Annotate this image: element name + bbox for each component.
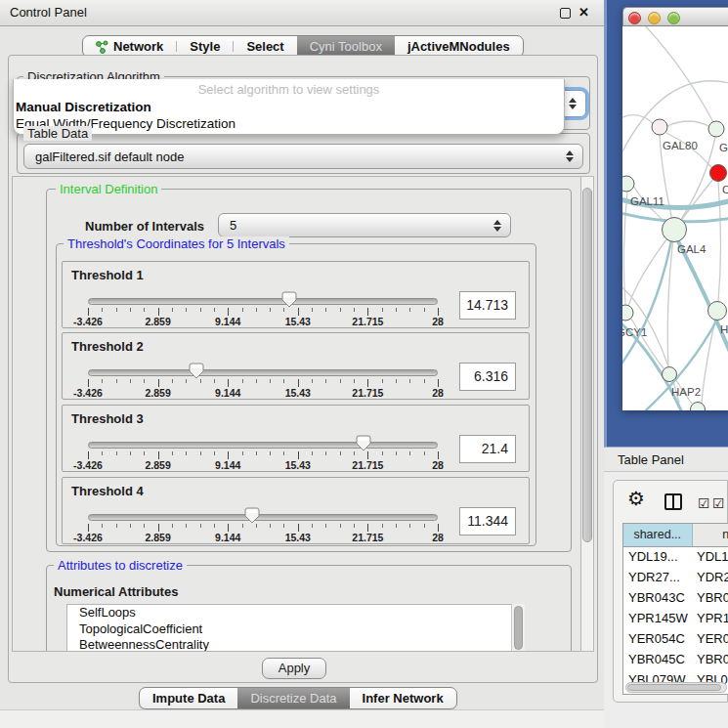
slider-thumb[interactable] [281, 291, 297, 308]
slider-tick [228, 308, 229, 316]
slider-thumb[interactable] [356, 435, 371, 451]
threshold-value-field[interactable]: 6.316 [459, 363, 516, 391]
checkbox-icon[interactable]: ☑ [712, 495, 725, 511]
tab-select[interactable]: Select [234, 36, 296, 57]
table-row[interactable]: YER054CYER0 [623, 628, 728, 649]
attribute-list-item[interactable]: BetweennessCentrality [67, 637, 524, 652]
gal80-node[interactable] [652, 119, 667, 135]
combo-stepper-icon[interactable] [493, 220, 501, 232]
network-edge[interactable] [702, 320, 715, 403]
threshold-slider[interactable] [88, 514, 438, 521]
network-window-titlebar[interactable] [622, 7, 728, 26]
scrollbar-thumb[interactable] [582, 188, 592, 542]
close-icon[interactable]: ✕ [578, 5, 589, 21]
panel-title: Control Panel [10, 0, 87, 25]
zoom-traffic-light-icon[interactable] [667, 12, 680, 24]
slider-thumb[interactable] [189, 363, 204, 379]
table-cell[interactable]: YER0 [692, 628, 728, 649]
red-node[interactable] [710, 165, 727, 182]
threshold-slider[interactable] [88, 298, 438, 305]
slider-tick-labels: -3.4262.8599.14415.4321.71528 [88, 387, 438, 398]
table-cell[interactable]: YER054C [623, 628, 692, 649]
table-row[interactable]: YDL19...YDL1 [623, 546, 728, 567]
option-manual-discretization[interactable]: Manual Discretization [16, 100, 151, 114]
tab-impute-data[interactable]: Impute Data [140, 688, 237, 708]
slider-tick [325, 379, 326, 383]
attributes-scrollbar[interactable] [511, 604, 525, 652]
table-cell[interactable]: YDR2 [692, 567, 728, 587]
tab-jactivemnodules[interactable]: jActiveMNodules [395, 36, 523, 57]
table-cell[interactable]: YBR043C [623, 587, 692, 608]
close-traffic-light-icon[interactable] [628, 12, 641, 24]
hap2-node[interactable] [663, 367, 677, 382]
network-edge[interactable] [623, 192, 627, 304]
top-right-node[interactable] [708, 121, 724, 137]
scrollbar-thumb[interactable] [627, 684, 721, 691]
tab-discretize-data[interactable]: Discretize Data [237, 688, 349, 708]
table-cell[interactable]: YDL19... [623, 546, 692, 567]
tab-style[interactable]: Style [177, 36, 233, 57]
table-row[interactable]: YPR145WYPR1 [623, 608, 728, 628]
table-cell[interactable]: YBR0 [692, 649, 728, 669]
tab-network[interactable]: Network [83, 36, 176, 57]
network-canvas[interactable]: GAL80GCGAL11GAL4GCY1HHAP2 [622, 26, 728, 410]
gal4-node[interactable] [663, 218, 687, 242]
table-cell[interactable]: YDR27... [623, 567, 692, 587]
split-pane-icon[interactable] [664, 493, 682, 510]
table-data-combobox[interactable]: galFiltered.sif default node [23, 144, 583, 169]
apply-button[interactable]: Apply [262, 658, 326, 679]
table-cell[interactable]: YPR1 [692, 608, 728, 628]
checkbox-icon[interactable]: ☑ [698, 495, 710, 511]
main-vertical-scrollbar[interactable] [580, 176, 594, 652]
right-node[interactable] [708, 302, 727, 321]
threshold-value-field[interactable]: 11.344 [459, 507, 516, 535]
combo-stepper-icon[interactable] [566, 150, 574, 162]
table-row[interactable]: YBR043CYBR0 [623, 587, 728, 608]
column-header-shared-name[interactable]: shared... [623, 524, 692, 546]
table-cell[interactable]: YPR145W [623, 608, 692, 628]
table-horizontal-scrollbar[interactable] [625, 682, 727, 693]
float-window-icon[interactable] [560, 8, 571, 19]
slider-tick [424, 451, 425, 455]
table-cell[interactable]: YBR045C [623, 649, 692, 669]
number-of-intervals-combobox[interactable]: 5 [218, 213, 511, 237]
network-edge[interactable] [667, 121, 708, 126]
scrollbar-thumb[interactable] [514, 606, 523, 650]
slider-thumb[interactable] [244, 507, 260, 524]
table-cell[interactable]: YBR0 [692, 587, 728, 608]
threshold-box: Threshold 1 -3.4262.8599.14415.4321.7152… [62, 261, 530, 328]
slider-tick [382, 451, 383, 455]
threshold-slider[interactable] [88, 442, 438, 449]
node-label: H [720, 323, 728, 335]
tick-label: 28 [432, 316, 444, 327]
threshold-value-field[interactable]: 14.713 [459, 291, 516, 320]
gcy1-node[interactable] [622, 305, 633, 321]
table-row[interactable]: YDR27...YDR2 [623, 567, 728, 587]
tab-infer-network[interactable]: Infer Network [350, 688, 456, 708]
network-edge[interactable] [622, 115, 653, 123]
slider-tick [382, 524, 383, 528]
network-edge[interactable] [718, 182, 721, 301]
slider-tick [312, 379, 313, 383]
threshold-label: Threshold 2 [71, 339, 144, 354]
threshold-value-field[interactable]: 21.4 [459, 435, 516, 463]
table-cell[interactable]: YDL1 [692, 546, 728, 567]
column-header-name[interactable]: n... [692, 524, 728, 546]
node-label: G [719, 142, 728, 153]
attribute-list-item[interactable]: SelfLoops [67, 605, 524, 621]
threshold-slider[interactable] [88, 369, 438, 376]
network-edge[interactable] [628, 230, 674, 306]
combo-stepper-icon[interactable] [569, 98, 577, 109]
dropdown-placeholder: Select algorithm to view settings [14, 82, 564, 97]
node-label: GAL4 [677, 243, 707, 255]
minimize-traffic-light-icon[interactable] [648, 12, 661, 24]
attribute-list-item[interactable]: TopologicalCoefficient [67, 621, 524, 638]
bottom-node[interactable] [691, 403, 706, 411]
gal11-node[interactable] [622, 176, 634, 192]
numerical-attributes-list[interactable]: SelfLoopsTopologicalCoefficientBetweenne… [66, 604, 525, 652]
table-row[interactable]: YBR045CYBR0 [623, 649, 728, 669]
slider-tick [283, 451, 284, 455]
gear-icon[interactable]: ⚙ [627, 487, 645, 510]
tab-cyni-toolbox[interactable]: Cyni Toolbox [297, 36, 395, 57]
attributes-group-label: Attributes to discretize [54, 558, 187, 573]
